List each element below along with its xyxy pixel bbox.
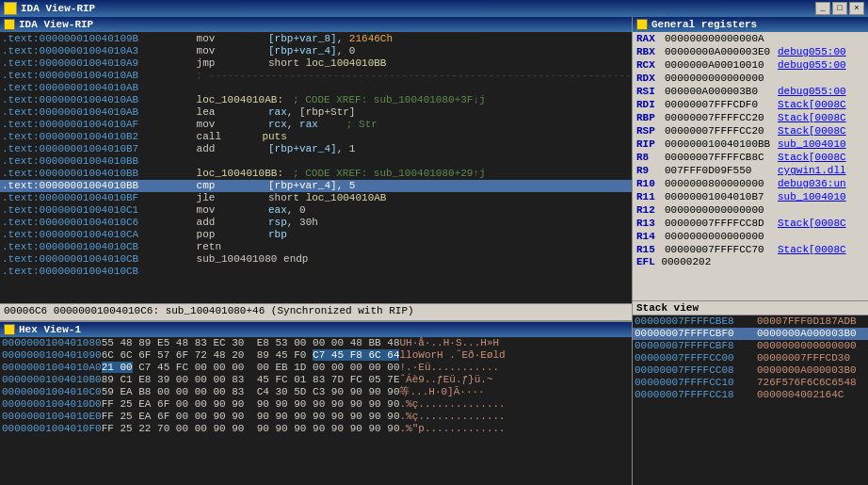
maximize-button[interactable]: □ [832,2,847,15]
hex-row: 0000000100401090 6C 6C 6F 57 6F 72 48 20… [0,349,632,362]
hex-row: 00000001004010C0 59 EA B8 00 00 00 00 83… [0,386,632,398]
minimize-button[interactable]: _ [815,2,830,15]
ida-line: .text:00000001004010C1 mov eax, 0 [0,204,632,217]
ida-line: .text:00000001004010CB retn [0,241,632,253]
hex-row: 00000001004010B0 89 C1 E8 39 00 00 00 83… [0,374,632,386]
ida-line: .text:00000001004010AB loc_1004010AB: ; … [0,94,632,106]
reg-efl: EFL 00000202 [633,256,868,267]
app-icon [4,2,17,15]
ida-line: .text:00000001004010CB [0,266,632,278]
ida-line: .text:00000001004010B7 add [rbp+var_4], … [0,143,632,155]
reg-rbx: RBX 00000000A000003E0 debug055:00 [633,45,868,58]
stack-section: Stack view 00000007FFFFCBE8 00007FFF0D18… [633,300,868,485]
ida-line: .text:00000001004010AB lea rax, [rbp+Str… [0,106,632,119]
title-bar-left: IDA View-RIP [4,2,95,15]
hex-section: Hex View-1 0000000100401080 55 48 89 E5 … [0,320,632,485]
reg-rip: RIP 000000010040100BB sub_1004010 [633,137,868,151]
stack-row-current: 00000007FFFFCBF0 0000000A000003B0 [633,328,868,340]
ida-line: .text:00000001004010A3 mov [rbp+var_4], … [0,45,632,57]
hex-icon [4,324,15,335]
ida-line-current: .text:00000001004010BB cmp [rbp+var_4], … [0,180,632,192]
stack-row: 00000007FFFFCBF8 0000000000000000 [633,340,868,352]
close-button[interactable]: × [849,2,864,15]
reg-rdx: RDX 0000000000000000 [633,72,868,85]
right-panel: General registers RAX 000000000000000A R… [633,17,868,485]
stack-row: 00000007FFFFCC18 0000004002164C [633,389,868,401]
regs-title: General registers [633,17,868,32]
reg-rsp: RSP 00000007FFFFCC20 Stack[0008C [633,124,868,137]
hex-row: 00000001004010A0 21 00 C7 45 FC 00 00 00… [0,362,632,374]
ida-icon [4,19,15,30]
hex-row: 00000001004010D0 FF 25 EA 6F 00 00 90 90… [0,398,632,411]
ida-line: .text:00000001004010BF jle short loc_100… [0,192,632,204]
reg-r13: R13 00000007FFFFCC8D Stack[0008C [633,217,868,230]
ida-line: .text:00000001004010B2 call puts [0,131,632,143]
hex-view-title: Hex View-1 [0,322,632,337]
ida-view-label: IDA View-RIP [19,19,93,30]
hex-row: 00000001004010E0 FF 25 EA 6F 00 00 90 90… [0,411,632,423]
hex-row: 0000000100401080 55 48 89 E5 48 83 EC 30… [0,337,632,349]
stack-row: 00000007FFFFCC00 00000007FFFCD30 [633,352,868,364]
status-text: 00006C6 00000001004010C6: sub_100401080+… [4,305,414,316]
main-layout: IDA View-RIP .text:000000010040109B mov … [0,17,868,485]
stack-row: 00000007FFFFCC10 726F576F6C6C6548 [633,377,868,389]
ida-line: .text:00000001004010CA pop rbp [0,229,632,241]
window-controls[interactable]: _ □ × [815,2,864,15]
ida-disassembly[interactable]: .text:000000010040109B mov [rbp+var_8], … [0,32,632,303]
stack-data[interactable]: 00000007FFFFCBE8 00007FFF0D187ADB 000000… [633,315,868,485]
ida-line: .text:00000001004010AB ; ---------------… [0,70,632,82]
stack-title: Stack view [633,301,868,315]
ida-view-title: IDA View-RIP [0,17,632,32]
ida-line: .text:000000010040109B mov [rbp+var_8], … [0,33,632,45]
reg-r12: R12 0000000000000000 [633,203,868,217]
regs-icon [636,19,648,30]
stack-row: 00000007FFFFCBE8 00007FFF0D187ADB [633,315,868,328]
left-panel: IDA View-RIP .text:000000010040109B mov … [0,17,633,485]
reg-r10: R10 0000000800000000 debug036:un [633,177,868,190]
ida-line: .text:00000001004010AF mov rcx, rax ; St… [0,119,632,131]
hex-data[interactable]: 0000000100401080 55 48 89 E5 48 83 EC 30… [0,337,632,485]
reg-r9: R9 007FFF0D09F550 cygwin1.dll [633,164,868,177]
reg-rdi: RDI 00000007FFFCDF0 Stack[0008C [633,98,868,111]
reg-rbp: RBP 00000007FFFFCC20 Stack[0008C [633,111,868,124]
ida-line: .text:00000001004010A9 jmp short loc_100… [0,57,632,70]
title-bar: IDA View-RIP _ □ × [0,0,868,17]
hex-view-label: Hex View-1 [19,324,81,335]
ida-line: .text:00000001004010AB [0,82,632,94]
reg-r14: R14 0000000000000000 [633,230,868,243]
stack-row: 00000007FFFFCC08 0000000A000003B0 [633,364,868,377]
ida-line: .text:00000001004010C6 add rsp, 30h [0,217,632,229]
reg-r15: R15 00000007FFFFCC70 Stack[0008C [633,243,868,256]
ida-line: .text:00000001004010CB sub_100401080 end… [0,253,632,266]
window-title: IDA View-RIP [21,3,95,14]
regs-label: General registers [651,19,757,30]
registers-panel[interactable]: RAX 000000000000000A RBX 00000000A000003… [633,32,868,300]
reg-r8: R8 00000007FFFFCB8C Stack[0008C [633,151,868,164]
ida-line: .text:00000001004010BB loc_1004010BB: ; … [0,168,632,180]
reg-rax: RAX 000000000000000A [633,32,868,45]
reg-rsi: RSI 000000A000003B0 debug055:00 [633,85,868,98]
reg-r11: R11 00000001004010B7 sub_1004010 [633,190,868,203]
hex-row: 00000001004010F0 FF 25 22 70 00 00 90 90… [0,423,632,435]
reg-rcx: RCX 0000000A00010010 debug055:00 [633,58,868,72]
ida-line: .text:00000001004010BB [0,155,632,168]
status-bar: 00006C6 00000001004010C6: sub_100401080+… [0,303,632,320]
